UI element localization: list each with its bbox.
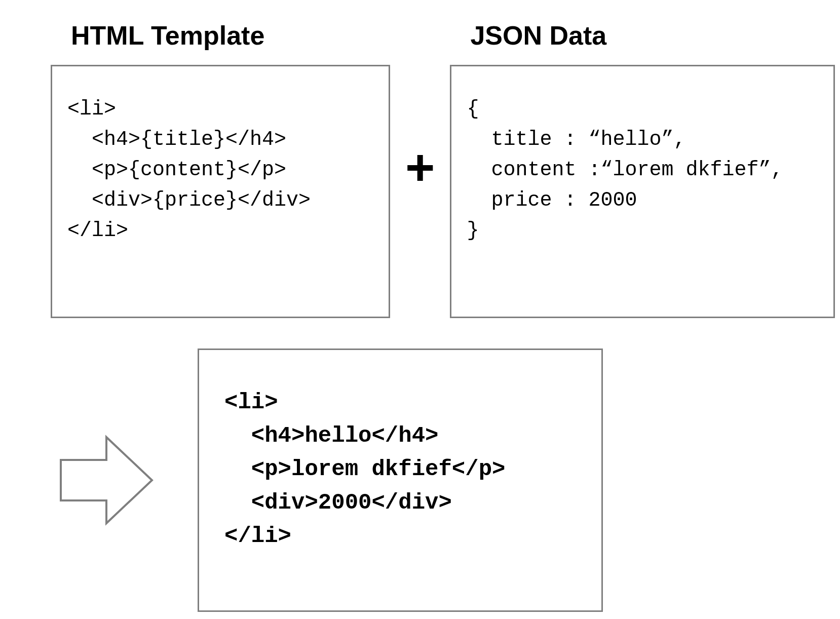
arrow-wrap <box>56 430 157 531</box>
result-box: <li> <h4>hello</h4> <p>lorem dkfief</p> … <box>198 349 603 612</box>
template-line-2: <h4>{title}</h4> <box>67 128 286 151</box>
json-line-3: content :“lorem dkfief”, <box>467 159 783 181</box>
json-code: { title : “hello”, content :“lorem dkfie… <box>467 94 818 246</box>
template-heading: HTML Template <box>71 20 390 51</box>
template-line-5: </li> <box>67 219 128 242</box>
json-line-5: } <box>467 219 479 242</box>
result-line-4: <div>2000</div> <box>224 490 452 515</box>
bottom-row: <li> <h4>hello</h4> <p>lorem dkfief</p> … <box>56 349 820 612</box>
result-line-5: </li> <box>224 523 291 549</box>
template-line-4: <div>{price}</div> <box>67 189 311 212</box>
plus-icon: + <box>405 142 435 192</box>
top-row: HTML Template <li> <h4>{title}</h4> <p>{… <box>51 20 820 318</box>
result-code: <li> <h4>hello</h4> <p>lorem dkfief</p> … <box>224 385 581 553</box>
result-line-2: <h4>hello</h4> <box>224 423 438 448</box>
json-heading: JSON Data <box>470 20 835 51</box>
json-line-4: price : 2000 <box>467 189 637 212</box>
template-box: <li> <h4>{title}</h4> <p>{content}</p> <… <box>51 65 390 318</box>
plus-operator: + <box>405 20 435 314</box>
svg-marker-0 <box>61 437 152 523</box>
template-column: HTML Template <li> <h4>{title}</h4> <p>{… <box>51 20 390 318</box>
json-column: JSON Data { title : “hello”, content :“l… <box>450 20 835 318</box>
template-line-3: <p>{content}</p> <box>67 159 286 181</box>
template-line-1: <li> <box>67 98 116 121</box>
result-line-1: <li> <box>224 390 278 415</box>
arrow-right-icon <box>56 430 157 531</box>
result-line-3: <p>lorem dkfief</p> <box>224 456 506 482</box>
json-line-2: title : “hello”, <box>467 128 685 151</box>
template-code: <li> <h4>{title}</h4> <p>{content}</p> <… <box>67 94 373 246</box>
json-box: { title : “hello”, content :“lorem dkfie… <box>450 65 835 318</box>
json-line-1: { <box>467 98 479 121</box>
